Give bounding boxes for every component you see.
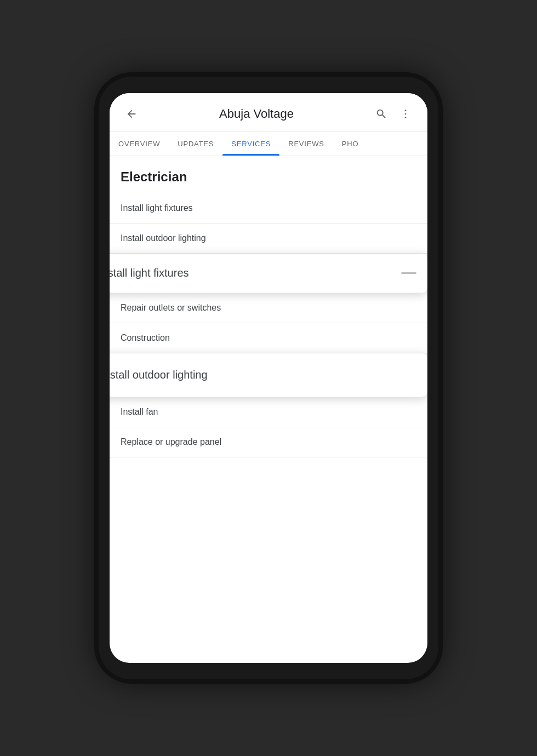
tooltip-2-text: Install outdoor lighting	[110, 369, 208, 381]
tab-overview[interactable]: OVERVIEW	[110, 132, 169, 156]
section-title: Electrician	[110, 156, 427, 193]
tab-updates[interactable]: UPDATES	[169, 132, 222, 156]
tooltip-1-dash	[401, 272, 416, 274]
tab-photos[interactable]: PHO	[333, 132, 368, 156]
service-item-replace-panel[interactable]: Replace or upgrade panel	[110, 427, 427, 457]
header-actions	[370, 103, 416, 125]
service-item-install-fan[interactable]: Install fan	[110, 397, 427, 427]
tabs-bar: OVERVIEW UPDATES SERVICES REVIEWS PHO	[110, 132, 427, 156]
search-button[interactable]	[370, 103, 392, 125]
service-item-install-light-fixtures[interactable]: Install light fixtures	[110, 193, 427, 224]
services-content: Electrician Install light fixtures Insta…	[110, 156, 427, 457]
more-menu-button[interactable]	[395, 103, 416, 125]
tooltip-card-2: Install outdoor lighting	[110, 353, 427, 397]
back-button[interactable]	[121, 103, 142, 125]
service-item-repair-outlets[interactable]: Repair outlets or switches	[110, 293, 427, 323]
svg-point-1	[405, 113, 407, 115]
screen: Abuja Voltage OVERVIEW	[110, 93, 427, 663]
svg-point-2	[405, 117, 407, 118]
tab-services[interactable]: SERVICES	[222, 132, 279, 156]
tab-reviews[interactable]: REVIEWS	[279, 132, 333, 156]
service-item-install-outdoor-lighting[interactable]: Install outdoor lighting	[110, 224, 427, 254]
header: Abuja Voltage	[110, 93, 427, 132]
tooltip-card-1: Install light fixtures	[110, 254, 427, 293]
page-title: Abuja Voltage	[142, 107, 370, 121]
service-item-construction[interactable]: Construction	[110, 323, 427, 353]
tooltip-1-text: Install light fixtures	[110, 267, 189, 279]
svg-point-0	[405, 110, 407, 111]
phone-frame: Abuja Voltage OVERVIEW	[99, 77, 438, 679]
